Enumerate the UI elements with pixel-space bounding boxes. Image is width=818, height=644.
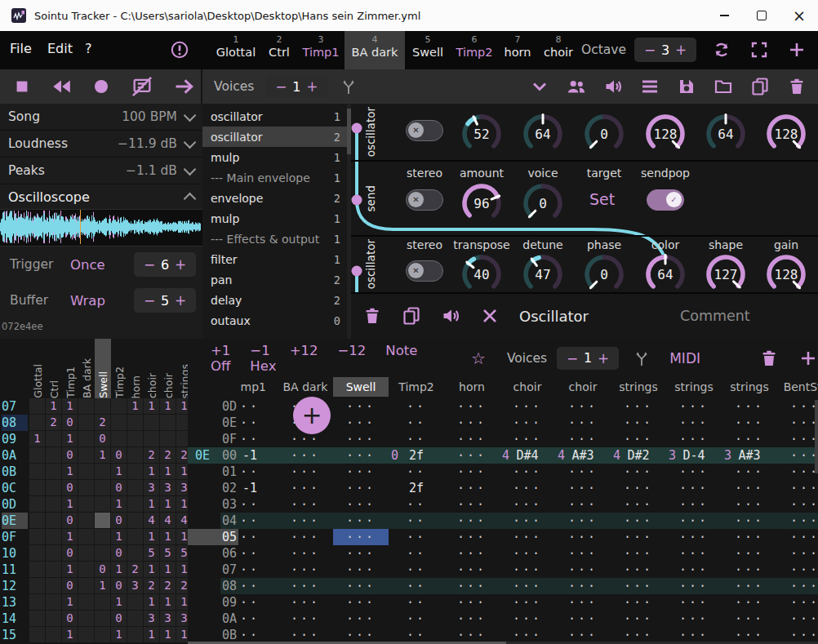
order-cell[interactable]: 3 [160,611,176,626]
pattern-cell[interactable]: ··· [666,496,722,513]
pattern-cell[interactable]: ··· [333,594,389,611]
star-icon[interactable]: ☆ [471,349,486,368]
pattern-cell[interactable]: 4A#3 [555,447,611,464]
order-cell[interactable] [29,464,45,479]
instrument-tab-timp2[interactable]: 6 Timp2 [451,31,498,69]
warning-icon[interactable] [170,40,189,60]
pattern-cell[interactable]: ··· [333,513,389,529]
order-cell[interactable] [78,480,94,495]
load-instrument-icon[interactable] [714,77,733,96]
unit-list-item-mulp[interactable]: mulp 1 [202,147,347,167]
order-cell[interactable]: 1 [62,464,78,479]
voices-plus-button[interactable]: + [305,78,318,95]
menu-item-file[interactable]: File [10,41,32,56]
unit-list-item--main-envelope[interactable]: --- Main envelope 1 [202,167,347,188]
order-cell[interactable] [29,545,45,561]
trigger-plus-button[interactable]: + [174,256,187,273]
pattern-cell[interactable]: ··· [278,578,333,594]
trigger-minus-button[interactable]: − [143,256,156,273]
follow-playback-button[interactable] [173,75,196,98]
pattern-cell[interactable]: ··· [555,464,611,480]
pattern-cell[interactable]: ··· [555,480,611,496]
order-cell[interactable] [127,464,143,479]
knob-gain[interactable]: 128 [763,250,809,294]
pattern-cell[interactable]: ··· [333,627,389,643]
instrument-tab-glottal[interactable]: 1 Glottal [211,31,261,69]
pattern-cell[interactable]: ··· [777,415,818,431]
order-cell[interactable]: 0 [95,431,110,446]
pattern-cell[interactable]: ··· [500,398,555,415]
pattern-cell[interactable]: ··· [611,529,666,545]
pattern-cell[interactable]: ··· [666,562,722,578]
order-cell[interactable] [78,496,94,512]
pattern-cell[interactable]: ··· [722,464,777,480]
pattern-cell[interactable]: ·· [389,496,444,513]
order-cell[interactable]: 5 [144,545,159,561]
order-cell[interactable] [95,398,110,414]
pattern-cell[interactable]: ··· [611,594,666,611]
order-cell[interactable] [127,545,143,561]
instrument-list-icon[interactable] [567,77,586,96]
pattern-cell[interactable]: ··· [333,545,389,562]
order-cell[interactable] [160,431,176,446]
pattern-cell[interactable]: ··· [500,529,555,545]
order-cell[interactable]: 3 [144,611,159,626]
pattern-cell[interactable]: 2f [389,480,444,496]
pattern-cell[interactable]: ·· [389,415,444,431]
order-cell[interactable] [144,431,159,446]
pattern-cell[interactable]: ··· [722,578,777,594]
delete-instrument-icon[interactable] [787,77,807,96]
order-cell[interactable] [95,627,110,642]
order-cell[interactable]: 2 [144,447,159,463]
order-cell[interactable] [95,594,110,610]
menu-item-edit[interactable]: Edit [47,41,73,56]
order-cell[interactable] [95,480,110,495]
order-cell[interactable] [127,611,143,626]
pattern-cell[interactable]: ··· [722,496,777,513]
order-cell[interactable]: 1 [176,496,188,512]
unit-list-item-pan[interactable]: pan 2 [202,269,347,290]
knob-transpose[interactable]: 40 [459,250,505,294]
pattern-cell[interactable]: ··· [666,464,722,480]
pattern-cell[interactable]: ··· [722,611,777,627]
order-cell[interactable] [29,447,45,463]
record-button[interactable] [91,77,111,96]
octave-minus-button[interactable]: − [643,42,656,58]
expand-presets-icon[interactable] [530,77,549,96]
pattern-cell[interactable]: ·· [222,398,278,415]
knob-shape[interactable]: 127 [703,250,749,294]
order-cell[interactable] [78,431,94,446]
order-cell[interactable]: 0 [111,447,127,463]
note-recording-off-button[interactable] [131,75,153,98]
pattern-cell[interactable]: ··· [611,578,666,594]
pattern-cell[interactable]: ··· [278,480,333,496]
pattern-button-hex[interactable]: Hex [250,358,276,374]
order-cell[interactable]: 1 [176,398,188,414]
order-cell[interactable]: 1 [144,496,159,512]
pattern-cell[interactable]: 3A#3 [722,447,777,464]
pattern-cell[interactable]: ··· [611,611,666,627]
order-cell[interactable]: 3 [176,611,188,626]
order-cell[interactable]: 1 [144,398,159,414]
pattern-cell[interactable]: ··· [611,398,666,415]
pattern-cell[interactable]: ··· [444,431,500,447]
pattern-cell[interactable]: ··· [722,431,777,447]
unit-list-item-oscillator[interactable]: oscillator 1 [202,106,347,127]
pattern-track-header-choir[interactable]: choir [500,377,555,397]
order-cell[interactable] [78,513,94,528]
pattern-cell[interactable]: ··· [666,398,722,415]
knob-detune[interactable]: 64 [520,109,566,155]
order-cell[interactable]: 4 [160,513,176,528]
pattern-cell[interactable]: -1 [222,447,278,464]
order-cell[interactable]: 1 [111,464,127,479]
pattern-cell[interactable]: ··· [722,415,777,431]
order-cell[interactable]: 2 [127,562,143,577]
toggle-stereo[interactable]: ✕ [406,120,443,141]
pattern-cell[interactable]: ··· [611,545,666,562]
pattern-cell[interactable]: ··· [500,415,555,431]
pattern-cell[interactable]: ··· [611,464,666,480]
pattern-cell[interactable]: ··· [278,627,333,643]
pattern-cell[interactable]: ··· [777,545,818,562]
pattern-track-header-strings[interactable]: strings [722,377,777,397]
solo-icon[interactable] [603,77,623,96]
